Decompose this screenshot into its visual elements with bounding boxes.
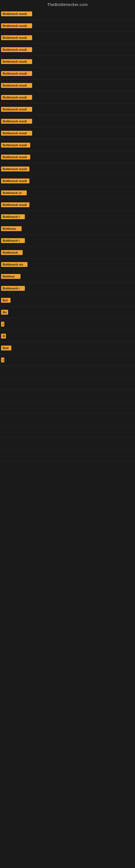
list-item: Bo [0,306,135,318]
bottleneck-result-bar[interactable]: Bottleneck re [1,190,27,195]
bottleneck-result-bar[interactable]: Bottleneck r [1,238,25,243]
bottleneck-result-bar[interactable]: Bottleneck result [1,59,32,64]
bottleneck-result-bar[interactable]: Bottleneck result [1,95,32,100]
list-item: Bottleneck result [0,199,135,211]
list-item: Bottleneck result [0,175,135,187]
bottleneck-result-bar[interactable]: Bottleneck result [1,71,32,76]
list-item: Bott [0,342,135,354]
bottleneck-result-bar[interactable]: Bo [1,310,8,315]
bottleneck-result-bar[interactable]: Bott [1,346,11,350]
list-item [0,402,135,414]
list-item [0,426,135,437]
bottleneck-result-bar[interactable]: Bottlenec [1,226,21,231]
list-item: Bottleneck result [0,139,135,151]
list-item: Bottleneck [0,247,135,258]
bottleneck-result-bar[interactable]: Bottlene [1,274,20,279]
list-item [0,390,135,402]
list-item [0,366,135,378]
bottleneck-result-bar[interactable]: | [1,322,4,327]
bottleneck-result-bar[interactable]: Bottleneck result [1,203,30,207]
list-item: Bot [0,294,135,306]
list-item: | [0,318,135,330]
list-item: Bottleneck result [0,127,135,139]
bottleneck-result-bar[interactable]: Bottleneck result [1,119,32,124]
list-item: Bottleneck result [0,44,135,56]
list-item: Bottleneck result [0,20,135,32]
bottleneck-result-bar[interactable]: Bottleneck result [1,166,30,172]
list-item: Bottleneck result [0,115,135,127]
list-item: Bottleneck result [0,103,135,115]
list-item: Bottleneck result [0,91,135,103]
bottleneck-result-bar[interactable]: Bottleneck res [1,262,28,267]
site-title: TheBottlenecker.com [0,0,135,8]
bottleneck-result-bar[interactable]: Bottleneck r [1,214,25,219]
list-item: Bottleneck result [0,32,135,44]
bottleneck-result-bar[interactable]: Bottleneck result [1,179,30,183]
list-item: Bottleneck result [0,80,135,91]
bottleneck-result-bar[interactable]: B [1,334,6,339]
list-item: Bottleneck r [0,235,135,247]
bottleneck-result-bar[interactable]: Bottleneck result [1,11,32,16]
list-item: Bottleneck result [0,67,135,80]
list-item: Bottleneck re [0,187,135,199]
bottleneck-result-bar[interactable]: Bottleneck result [1,47,32,52]
list-item [0,378,135,390]
bottleneck-result-bar[interactable]: Bottleneck result [1,155,30,159]
bottleneck-result-bar[interactable]: Bottleneck result [1,131,32,135]
bottleneck-result-bar[interactable]: Bottleneck [1,250,23,255]
list-item: Bottleneck result [0,163,135,175]
list-item: | [0,354,135,366]
list-item [0,450,135,461]
list-item [0,437,135,450]
list-item: Bottlene [0,271,135,282]
bottleneck-result-bar[interactable]: Bot [1,298,10,303]
bottleneck-result-bar[interactable]: Bottleneck result [1,23,32,28]
list-item: Bottleneck result [0,8,135,20]
list-item [0,414,135,426]
list-item: B [0,330,135,342]
bottleneck-result-bar[interactable]: Bottleneck r [1,286,25,291]
list-item: Bottleneck r [0,211,135,223]
list-item: Bottlenec [0,223,135,235]
list-item: Bottleneck result [0,151,135,163]
list-item: Bottleneck r [0,282,135,294]
bottleneck-result-bar[interactable]: | [1,358,4,362]
list-item: Bottleneck result [0,56,135,67]
bottleneck-result-bar[interactable]: Bottleneck result [1,35,32,40]
list-item: Bottleneck res [0,258,135,271]
bottleneck-result-bar[interactable]: Bottleneck result [1,143,30,148]
bottleneck-result-bar[interactable]: Bottleneck result [1,83,32,88]
bottleneck-result-bar[interactable]: Bottleneck result [1,107,32,112]
